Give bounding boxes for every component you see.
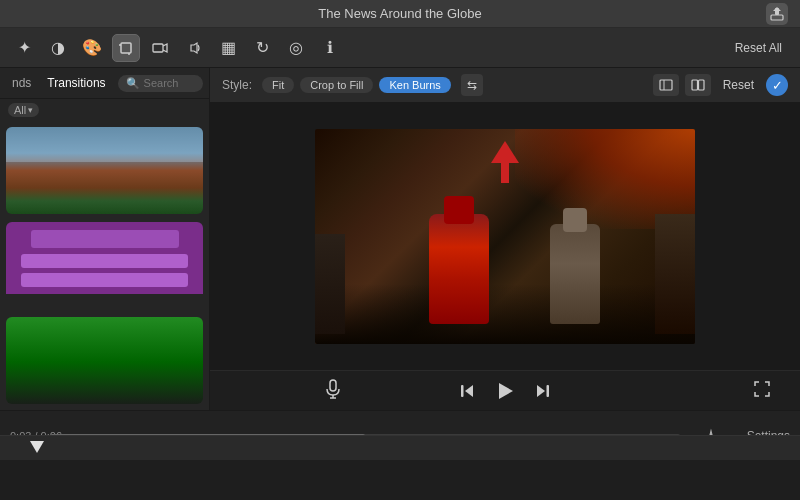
search-icon: 🔍: [126, 77, 140, 90]
ken-burns-button[interactable]: Ken Burns: [379, 77, 450, 93]
magic-icon[interactable]: ✦: [10, 34, 38, 62]
circle-half-icon[interactable]: ◑: [44, 34, 72, 62]
arrow-indicator: [491, 141, 519, 183]
svg-rect-16: [461, 385, 464, 397]
view-fit-button[interactable]: [653, 74, 679, 96]
video-preview: [210, 103, 800, 370]
svg-rect-3: [121, 43, 131, 53]
palette-icon[interactable]: 🎨: [78, 34, 106, 62]
skip-forward-button[interactable]: [535, 383, 551, 399]
svg-marker-1: [773, 7, 781, 11]
titlebar: The News Around the Globe: [0, 0, 800, 28]
fullscreen-button[interactable]: [754, 381, 770, 401]
video-frame: [315, 129, 695, 344]
svg-rect-2: [771, 15, 783, 20]
toolbar: ✦ ◑ 🎨 ▦ ↻ ◎ ℹ Reset All: [0, 28, 800, 68]
main-layout: nds Transitions 🔍 All ▾: [0, 68, 800, 410]
player-controls: [210, 370, 800, 410]
info-icon[interactable]: ℹ: [316, 34, 344, 62]
search-input[interactable]: [144, 77, 199, 89]
style-label: Style:: [222, 78, 252, 92]
style-bar: Style: Fit Crop to Fill Ken Burns ⇆ Res: [210, 68, 800, 103]
window-title: The News Around the Globe: [318, 6, 481, 21]
list-item[interactable]: [6, 127, 203, 214]
filter-all-button[interactable]: All ▾: [8, 103, 39, 117]
list-item[interactable]: [6, 317, 203, 404]
sidebar-tabs: nds Transitions 🔍: [0, 68, 209, 99]
svg-rect-8: [660, 80, 672, 90]
skip-back-button[interactable]: [459, 383, 475, 399]
play-button[interactable]: [495, 381, 515, 401]
camera-icon[interactable]: [146, 34, 174, 62]
view-split-button[interactable]: [685, 74, 711, 96]
reset-button[interactable]: Reset: [717, 76, 760, 94]
sidebar-tab-transitions[interactable]: Transitions: [43, 74, 109, 92]
crop-to-fill-button[interactable]: Crop to Fill: [300, 77, 373, 93]
microphone-button[interactable]: [325, 379, 341, 403]
swap-icon[interactable]: ⇆: [461, 74, 483, 96]
svg-marker-18: [537, 385, 545, 397]
hero-figure-1: [429, 214, 489, 324]
filter-bar: All ▾: [0, 99, 209, 121]
task-card: [31, 230, 179, 248]
filter-all-label: All: [14, 104, 26, 116]
speedometer-icon[interactable]: ◎: [282, 34, 310, 62]
task-card-sm: [21, 254, 188, 268]
audio-icon[interactable]: [180, 34, 208, 62]
rotate-icon[interactable]: ↻: [248, 34, 276, 62]
timeline-track[interactable]: [0, 435, 800, 460]
list-item[interactable]: [6, 222, 203, 309]
svg-marker-7: [191, 43, 197, 53]
confirm-button[interactable]: ✓: [766, 74, 788, 96]
search-box: 🔍: [118, 75, 203, 92]
svg-rect-12: [330, 380, 336, 391]
svg-rect-11: [698, 80, 704, 90]
playhead-marker: [30, 441, 44, 453]
svg-rect-6: [153, 44, 163, 52]
reset-all-button[interactable]: Reset All: [727, 38, 790, 58]
hero-head: [444, 196, 474, 224]
hero-figure-2: [550, 224, 600, 324]
sidebar: nds Transitions 🔍 All ▾: [0, 68, 210, 410]
share-button[interactable]: [766, 3, 788, 25]
fit-button[interactable]: Fit: [262, 77, 294, 93]
svg-marker-15: [465, 385, 473, 397]
bars-icon[interactable]: ▦: [214, 34, 242, 62]
filter-chevron-icon: ▾: [28, 105, 33, 115]
arrow-up-icon: [491, 141, 519, 163]
content-area: Style: Fit Crop to Fill Ken Burns ⇆ Res: [210, 68, 800, 410]
arrow-stem: [501, 163, 509, 183]
crop-icon[interactable]: [112, 34, 140, 62]
sidebar-tab-sounds[interactable]: nds: [8, 74, 35, 92]
task-card-sm: [21, 273, 188, 287]
svg-marker-17: [499, 383, 513, 399]
svg-rect-19: [547, 385, 550, 397]
swap-arrows[interactable]: ⇆: [461, 74, 483, 96]
clip-list: [0, 121, 209, 410]
timeline: 0:03 / 0:06 Settings: [0, 410, 800, 460]
svg-rect-10: [692, 80, 698, 90]
